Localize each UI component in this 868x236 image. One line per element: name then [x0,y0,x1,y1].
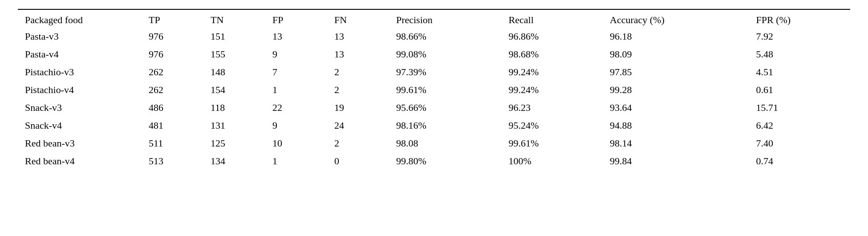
cell-accuracy: 98.14 [603,134,749,152]
cell-precision: 95.66% [389,99,502,117]
cell-recall: 96.23 [502,99,603,117]
col-header-fn: FN [327,9,389,28]
cell-category: Pistachio-v4 [18,81,142,99]
cell-precision: 99.61% [389,81,502,99]
cell-fn: 2 [327,81,389,99]
cell-fpr: 4.51 [749,63,850,81]
cell-category: Snack-v3 [18,99,142,117]
table-row: Red bean-v351112510298.0899.61%98.147.40 [18,134,850,152]
cell-precision: 98.16% [389,117,502,134]
cell-accuracy: 96.18 [603,28,749,45]
col-header-accuracy: Accuracy (%) [603,9,749,28]
cell-fp: 10 [265,134,327,152]
cell-recall: 95.24% [502,117,603,134]
cell-accuracy: 94.88 [603,117,749,134]
cell-fp: 9 [265,45,327,63]
cell-fp: 9 [265,117,327,134]
cell-fn: 2 [327,63,389,81]
cell-tn: 148 [203,63,265,81]
table-row: Red bean-v45131341099.80%100%99.840.74 [18,152,850,170]
cell-tn: 118 [203,99,265,117]
cell-precision: 97.39% [389,63,502,81]
cell-tp: 513 [142,152,203,170]
cell-tn: 151 [203,28,265,45]
cell-tp: 486 [142,99,203,117]
col-header-fpr: FPR (%) [749,9,850,28]
table-row: Pasta-v3976151131398.66%96.86%96.187.92 [18,28,850,45]
col-header-fp: FP [265,9,327,28]
cell-category: Pasta-v3 [18,28,142,45]
cell-tp: 511 [142,134,203,152]
cell-precision: 98.08 [389,134,502,152]
table-row: Snack-v3486118221995.66%96.2393.6415.71 [18,99,850,117]
cell-fn: 2 [327,134,389,152]
cell-recall: 96.86% [502,28,603,45]
cell-tp: 262 [142,63,203,81]
cell-fpr: 15.71 [749,99,850,117]
cell-fn: 13 [327,45,389,63]
cell-accuracy: 99.84 [603,152,749,170]
table-row: Snack-v448113192498.16%95.24%94.886.42 [18,117,850,134]
cell-tn: 155 [203,45,265,63]
cell-category: Red bean-v3 [18,134,142,152]
cell-accuracy: 97.85 [603,63,749,81]
cell-precision: 99.08% [389,45,502,63]
cell-fp: 22 [265,99,327,117]
cell-category: Snack-v4 [18,117,142,134]
cell-tn: 125 [203,134,265,152]
cell-precision: 98.66% [389,28,502,45]
cell-fn: 0 [327,152,389,170]
cell-recall: 100% [502,152,603,170]
cell-tn: 131 [203,117,265,134]
cell-fpr: 0.61 [749,81,850,99]
cell-fpr: 5.48 [749,45,850,63]
cell-category: Red bean-v4 [18,152,142,170]
cell-tp: 481 [142,117,203,134]
cell-category: Pistachio-v3 [18,63,142,81]
cell-fn: 19 [327,99,389,117]
col-header-recall: Recall [502,9,603,28]
cell-fn: 13 [327,28,389,45]
cell-precision: 99.80% [389,152,502,170]
cell-fpr: 0.74 [749,152,850,170]
cell-fpr: 6.42 [749,117,850,134]
cell-recall: 98.68% [502,45,603,63]
cell-recall: 99.61% [502,134,603,152]
cell-accuracy: 93.64 [603,99,749,117]
cell-fp: 13 [265,28,327,45]
cell-fpr: 7.92 [749,28,850,45]
cell-accuracy: 98.09 [603,45,749,63]
column-header-row: Packaged food TP TN FP FN Precision Reca… [18,9,850,28]
col-header-tp: TP [142,9,203,28]
cell-tn: 154 [203,81,265,99]
table-row: Pistachio-v32621487297.39%99.24%97.854.5… [18,63,850,81]
col-header-category: Packaged food [18,9,142,28]
cell-category: Pasta-v4 [18,45,142,63]
cell-recall: 99.24% [502,63,603,81]
cell-fpr: 7.40 [749,134,850,152]
table-row: Pistachio-v42621541299.61%99.24%99.280.6… [18,81,850,99]
col-header-tn: TN [203,9,265,28]
cell-tn: 134 [203,152,265,170]
cell-recall: 99.24% [502,81,603,99]
cell-tp: 976 [142,28,203,45]
cell-fp: 7 [265,63,327,81]
cell-tp: 262 [142,81,203,99]
cell-accuracy: 99.28 [603,81,749,99]
data-table: Packaged food TP TN FP FN Precision Reca… [18,9,850,170]
cell-fp: 1 [265,81,327,99]
table-row: Pasta-v497615591399.08%98.68%98.095.48 [18,45,850,63]
cell-fp: 1 [265,152,327,170]
cell-tp: 976 [142,45,203,63]
cell-fn: 24 [327,117,389,134]
col-header-precision: Precision [389,9,502,28]
